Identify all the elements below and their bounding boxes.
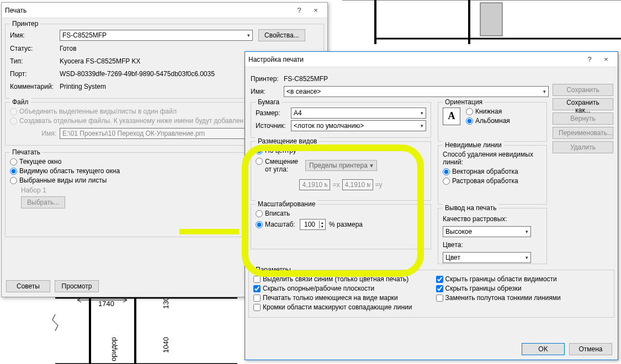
preview-button[interactable]: Просмотр xyxy=(55,280,99,292)
close-icon[interactable]: × xyxy=(598,54,614,65)
chevron-down-icon: ▾ xyxy=(421,123,423,129)
paper-size-select[interactable]: A4▾ xyxy=(291,108,426,119)
rename-button: Переименовать... xyxy=(553,127,613,139)
placement-group: Размещение видов По центру Смещение от у… xyxy=(251,141,431,201)
svg-line-11 xyxy=(55,325,58,331)
output-group-title: Вывод на печать xyxy=(443,204,498,212)
setup-dialog-titlebar[interactable]: Настройка печати ? × xyxy=(245,52,618,67)
chevron-down-icon: ▾ xyxy=(421,110,423,116)
zoom-group-title: Масштабирование xyxy=(256,200,317,208)
type-value: Kyocera FS-C8525MFP KX xyxy=(60,57,141,65)
status-value: Готов xyxy=(60,45,77,52)
fit-radio[interactable]: Вписать xyxy=(256,210,426,217)
print-dialog-title: Печать xyxy=(5,7,291,14)
svg-line-14 xyxy=(77,300,81,302)
raster-radio[interactable]: Растровая обработка xyxy=(443,177,542,185)
orientation-icon: A xyxy=(443,108,460,125)
landscape-radio[interactable]: Альбомная xyxy=(466,117,510,125)
raster-quality-label: Качество растровых: xyxy=(443,215,507,223)
delete-button: Удалить xyxy=(553,141,613,153)
hidden-method-label: Способ удаления невидимых линий: xyxy=(443,151,542,166)
dimension-1040: 1040 xyxy=(162,337,170,353)
orientation-group-title: Ориентация xyxy=(443,98,485,106)
close-icon[interactable]: × xyxy=(307,5,324,16)
placement-group-title: Размещение видов xyxy=(256,137,319,145)
printer-name-label: Имя: xyxy=(10,31,60,39)
svg-rect-4 xyxy=(480,3,502,36)
file-name-label: Имя: xyxy=(10,130,60,137)
setup-printer-label: Принтер: xyxy=(251,75,284,83)
only-marks-check[interactable]: Печатать только имеющиеся на виде марки xyxy=(253,294,427,302)
scale-input[interactable] xyxy=(300,220,319,229)
blue-links-check[interactable]: Выделить связи синим (только цветная печ… xyxy=(253,275,427,283)
select-button: Выбрать... xyxy=(21,196,65,208)
chevron-down-icon: ▾ xyxy=(526,255,528,260)
paper-source-label: Источник: xyxy=(256,122,291,130)
setup-ok-button[interactable]: OK xyxy=(522,343,565,355)
comment-value: Printing System xyxy=(60,83,106,90)
output-group: Вывод на печать Качество растровых: Высо… xyxy=(438,208,547,264)
zoom-group: Масштабирование Вписать Масштаб: ▴▾ % ра… xyxy=(251,204,431,249)
hide-refplanes-check[interactable]: Скрыть опорные/рабочие плоскости xyxy=(253,285,427,292)
options-group-title: Параметры xyxy=(253,266,293,274)
help-icon[interactable]: ? xyxy=(291,5,307,16)
svg-line-13 xyxy=(77,298,81,300)
svg-line-9 xyxy=(52,314,55,320)
spin-down-icon[interactable]: ▾ xyxy=(320,224,325,228)
halftone-check[interactable]: Заменить полутона тонкими линиями xyxy=(436,294,610,302)
hide-scope-check[interactable]: Скрыть границы области видимости xyxy=(436,275,610,283)
set-label: Набор 1 xyxy=(21,186,241,194)
comment-label: Комментарий: xyxy=(10,83,60,90)
scale-spinner[interactable]: ▴▾ xyxy=(300,219,326,230)
scale-suffix: % размера xyxy=(329,221,363,228)
type-label: Тип: xyxy=(10,57,60,65)
chevron-down-icon: ▾ xyxy=(370,162,373,169)
chevron-down-icon: ▾ xyxy=(526,229,528,234)
setup-dialog-title: Настройка печати xyxy=(248,56,581,63)
options-group: Параметры Выделить связи синим (только ц… xyxy=(248,270,614,318)
colors-label: Цвета: xyxy=(443,241,463,249)
portrait-radio[interactable]: Книжная xyxy=(466,108,510,115)
print-setup-dialog: Настройка печати ? × Принтер: FS-C8525MF… xyxy=(245,51,618,360)
printer-name-select[interactable]: FS-C8525MFP ▾ xyxy=(60,30,253,41)
colors-select[interactable]: Цвет▾ xyxy=(443,252,531,263)
visible-area-radio[interactable]: Видимую область текущего окна xyxy=(10,167,241,175)
revert-button: Вернуть xyxy=(553,113,613,125)
offset-radio[interactable]: Смещение от угла: xyxy=(256,158,305,173)
tips-button[interactable]: Советы xyxy=(6,280,50,292)
chevron-down-icon: ▾ xyxy=(247,33,250,38)
save-as-button[interactable]: Сохранить как... xyxy=(553,98,613,110)
paper-size-label: Размер: xyxy=(256,109,291,117)
setup-printer-value: FS-C8525MFP xyxy=(284,75,328,83)
help-icon[interactable]: ? xyxy=(581,54,598,65)
spin-up-icon[interactable]: ▴ xyxy=(320,221,325,224)
vector-radio[interactable]: Векторная обработка xyxy=(443,168,542,175)
paper-group: Бумага Размер: A4▾ Источник: <лоток по у… xyxy=(251,102,431,138)
center-radio[interactable]: По центру xyxy=(256,147,426,154)
status-label: Статус: xyxy=(10,45,60,52)
print-range-group-title: Печатать xyxy=(10,148,43,156)
setup-cancel-button[interactable]: Отмена xyxy=(569,343,612,355)
printer-properties-button[interactable]: Свойства... xyxy=(258,29,305,41)
offset-y-input xyxy=(342,179,373,190)
chevron-down-icon: ▾ xyxy=(543,89,546,94)
hidden-lines-group: Невидимые линии Способ удаления невидимы… xyxy=(438,145,547,205)
mask-edges-check[interactable]: Кромки области маскируют совпадающие лин… xyxy=(253,303,427,311)
print-dialog-titlebar[interactable]: Печать ? × xyxy=(2,3,327,18)
current-window-radio[interactable]: Текущее окно xyxy=(10,158,241,165)
raster-quality-select[interactable]: Высокое▾ xyxy=(443,226,531,237)
orientation-group: Ориентация A Книжная Альбомная xyxy=(438,102,547,142)
print-range-group: Печатать Текущее окно Видимую область те… xyxy=(5,152,246,237)
paper-source-select[interactable]: <лоток по умолчанию>▾ xyxy=(291,120,426,131)
svg-line-16 xyxy=(123,300,127,302)
setup-name-select[interactable]: <в сеансе> ▾ xyxy=(284,86,549,97)
file-path-input xyxy=(60,128,269,139)
paper-group-title: Бумага xyxy=(256,98,282,106)
selected-sheets-radio[interactable]: Выбранные виды или листы xyxy=(10,176,241,184)
dimension-1740: 1740 xyxy=(98,299,114,308)
hide-crop-check[interactable]: Скрыть границы обрезки xyxy=(436,285,610,292)
port-label: Порт: xyxy=(10,70,60,78)
scale-radio[interactable]: Масштаб: xyxy=(256,221,300,228)
svg-line-15 xyxy=(123,298,127,300)
hidden-lines-group-title: Невидимые линии xyxy=(443,141,504,149)
